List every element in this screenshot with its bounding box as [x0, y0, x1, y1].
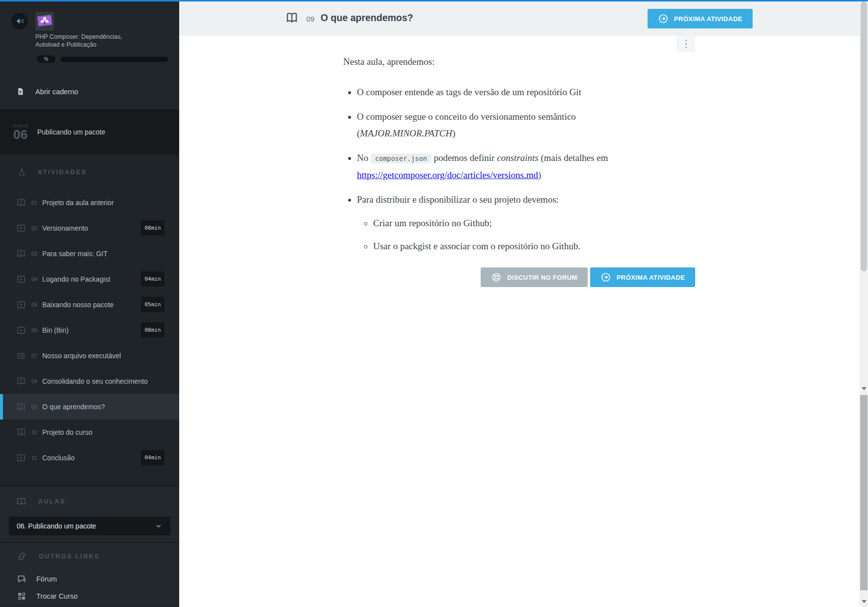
lesson-title: Publicando um pacote [37, 128, 106, 136]
video-icon [16, 325, 27, 335]
sidebar-link-trocar-curso[interactable]: Trocar Curso [0, 587, 179, 605]
course-logo [35, 12, 54, 30]
progress-percent-badge: % [37, 55, 55, 63]
sidebar: PHP Composer: Dependências, Autoload e P… [0, 1, 179, 607]
list-icon [16, 351, 27, 361]
sidebar-activity-07[interactable]: 07 Nosso arquivo executável [0, 343, 179, 369]
book-icon [16, 198, 27, 208]
book-icon [16, 249, 27, 259]
circle-arrow-right-icon [658, 13, 669, 24]
sidebar-activity-10[interactable]: 10 Projeto do curso [0, 420, 179, 445]
sidebar-activity-01[interactable]: 01 Projeto da aula anterior [0, 190, 179, 215]
summary-list: O composer entende as tags de versão de … [343, 84, 695, 255]
activities-list: 01 Projeto da aula anterior 02 Versionam… [0, 190, 179, 471]
other-links-section: OUTROS LINKS Fórum Trocar Curso [0, 542, 179, 605]
collapse-sidebar-button[interactable] [11, 13, 28, 29]
summary-item-2: O composer segue o conceito do versionam… [357, 108, 695, 142]
sidebar-activity-02[interactable]: 02 Versionamento 08min [0, 215, 179, 241]
sidebar-activity-09[interactable]: 09 O que aprendemos? [0, 394, 179, 420]
lesson-content: Nesta aula, aprendemos: O composer enten… [343, 36, 695, 287]
activities-header: ATIVIDADES [0, 155, 179, 190]
video-icon [16, 274, 27, 284]
scroll-down-arrow-icon[interactable] [862, 600, 867, 603]
activities-section: ATIVIDADES 01 Projeto da aula anterior 0… [0, 155, 179, 486]
duration-badge: 05min [141, 297, 164, 312]
other-links-list: Fórum Trocar Curso [0, 570, 179, 605]
summary-item-4: Para distribuir e disponibilizar o seu p… [357, 191, 695, 255]
video-icon [16, 453, 27, 463]
open-notebook-button[interactable]: Abrir caderno [0, 74, 179, 109]
duration-badge: 08min [141, 322, 164, 338]
collapse-arrow-icon [14, 16, 25, 26]
content-footer-actions: DISCUTIR NO FORUM PRÓXIMA ATIVIDADE [343, 267, 695, 287]
lesson-number: 06 [13, 128, 37, 141]
video-icon [16, 223, 27, 233]
grid-icon [17, 591, 27, 601]
flask-icon [18, 167, 26, 178]
book-icon [16, 427, 27, 437]
lesson-select-value: 06. Publicando um pacote [17, 522, 96, 530]
other-links-header: OUTROS LINKS [0, 543, 179, 570]
video-icon [16, 300, 27, 310]
open-book-icon [16, 496, 27, 507]
reading-activity-icon [285, 11, 298, 25]
semver-pattern: MAJOR.MINOR.PATCH [360, 128, 452, 138]
top-accent-line [0, 0, 868, 1]
duration-badge: 08min [141, 220, 164, 236]
summary-sublist: Criar um repositório no Github; Usar o p… [357, 215, 695, 255]
duration-badge: 04min [141, 450, 164, 465]
lifebuoy-forum-icon [491, 272, 502, 283]
duration-badge: 04min [141, 271, 164, 287]
content-intro: Nesta aula, aprendemos: [343, 56, 695, 67]
summary-item-3: No composer.json podemos definir constra… [357, 150, 695, 184]
circle-arrow-right-icon [600, 272, 611, 283]
lesson-select-dropdown[interactable]: 06. Publicando um pacote [9, 517, 170, 535]
sidebar-course-header: PHP Composer: Dependências, Autoload e P… [0, 1, 179, 74]
aulas-section: AULAS 06. Publicando um pacote [0, 486, 179, 542]
scrollbar-track[interactable] [860, 1, 868, 607]
book-icon [16, 376, 27, 386]
current-lesson-banner: AULA 06 Publicando um pacote [0, 109, 179, 155]
sidebar-activity-06[interactable]: 06 Bin (Bin) 08min [0, 317, 179, 343]
forum-icon [17, 574, 27, 584]
scrollbar-thumb-outer[interactable] [860, 395, 868, 590]
next-activity-button-bottom[interactable]: PRÓXIMA ATIVIDADE [590, 267, 695, 287]
open-notebook-label: Abrir caderno [35, 88, 78, 96]
summary-subitem-1: Criar um repositório no Github; [373, 215, 695, 232]
course-progress-bar [60, 57, 168, 62]
discuss-forum-button[interactable]: DISCUTIR NO FORUM [481, 267, 588, 287]
activity-header-bar: 09 O que aprendemos? PRÓXIMA ATIVIDADE [179, 1, 860, 36]
link-icon [16, 551, 27, 562]
main-area: 09 O que aprendemos? PRÓXIMA ATIVIDADE N… [179, 1, 860, 607]
next-activity-button-top[interactable]: PRÓXIMA ATIVIDADE [648, 9, 753, 28]
summary-subitem-2: Usar o packgist e associar com o reposit… [373, 238, 695, 255]
course-title: PHP Composer: Dependências, Autoload e P… [35, 33, 158, 49]
sidebar-activity-04[interactable]: 04 Logando no Packagist 04min [0, 266, 179, 292]
composer-json-code: composer.json [371, 154, 432, 163]
activity-number: 09 [306, 15, 315, 23]
scrollbar-thumb-inner[interactable] [861, 1, 867, 271]
sidebar-activity-03[interactable]: 03 Para saber mais: GIT [0, 241, 179, 266]
document-icon [16, 86, 25, 97]
page-title: O que aprendemos? [321, 12, 413, 24]
sidebar-activity-11[interactable]: 11 Conclusão 04min [0, 445, 179, 471]
book-icon [16, 402, 27, 412]
chevron-down-icon [155, 522, 163, 530]
aulas-header: AULAS [0, 486, 179, 517]
sidebar-activity-08[interactable]: 08 Consolidando o seu conhecimento [0, 369, 179, 394]
summary-item-1: O composer entende as tags de versão de … [357, 84, 695, 101]
sidebar-link-fórum[interactable]: Fórum [0, 570, 179, 587]
versions-doc-link[interactable]: https://getcomposer.org/doc/articles/ver… [357, 170, 538, 180]
sidebar-activity-05[interactable]: 05 Baixando nosso pacote 05min [0, 292, 179, 317]
scroll-down-arrow-icon[interactable] [862, 387, 867, 390]
